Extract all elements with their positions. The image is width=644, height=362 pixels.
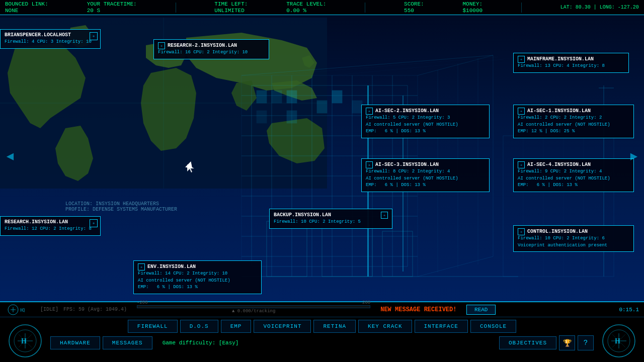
node-data: Firewall: 10 CPU: 2 Integrity: 6 <box>518 235 629 242</box>
svg-rect-39 <box>503 136 614 277</box>
node-data: Firewall: 16 CPU: 2 Integrity: 10 <box>158 49 265 56</box>
location-info: LOCATION: INSYSION HEADQUARTERS PROFILE:… <box>65 201 177 212</box>
node-control[interactable]: ✛ CONTROL.INSYSION.LAN Firewall: 10 CPU:… <box>513 225 634 252</box>
node-emp-dos: EMP: 6 % | DOS: 13 % <box>366 128 485 135</box>
crosshair-small-icon: ✛ <box>518 56 525 63</box>
time-left-label: TIME LEFT: <box>214 1 248 7</box>
node-title: CONTROL.INSYSION.LAN <box>527 229 588 234</box>
node-research[interactable]: RESEARCH.INSYSION.LAN Firewall: 12 CPU: … <box>0 216 101 236</box>
svg-rect-31 <box>272 90 282 103</box>
node-extra: AI controlled server (NOT HOSTILE) <box>366 122 485 129</box>
node-env[interactable]: ✛ ENV.INSYSION.LAN Firewall: 14 CPU: 2 I… <box>133 260 262 294</box>
fps-counter: FPS: 59 (Avg: 1049.4) <box>63 307 127 312</box>
node-data: Firewall: 4 CPU: 3 Integrity: 10 <box>5 39 96 46</box>
coordinates: LAT: 80.30 | LONG: -127.20 <box>560 5 639 10</box>
svg-rect-36 <box>332 90 342 103</box>
key-crack-button[interactable]: KEY CRACK <box>358 320 412 333</box>
node-data: Firewall: 14 CPU: 2 Integrity: 10 <box>138 270 257 278</box>
message-area: NEW MESSAGE RECEIVED! READ <box>380 305 614 315</box>
node-extra: AI controlled server (NOT HOSTILE) <box>518 175 629 183</box>
node-brianspencer[interactable]: BRIANSPENCER.LOCALHOST Firewall: 4 CPU: … <box>0 29 101 49</box>
retina-button[interactable]: RETINA <box>313 320 356 333</box>
objectives-button[interactable]: OBJECTIVES <box>499 336 556 349</box>
progress-min: -200 <box>137 300 148 305</box>
logo-right: H <box>599 322 639 359</box>
node-emp-dos: EMP: 6 % | DOS: 13 % <box>138 284 257 291</box>
button-row-2: HARDWARE MESSAGES Game difficulty: [Easy… <box>5 335 639 350</box>
node-data: Firewall: 8 CPU: 2 Integrity: 4 <box>366 168 485 175</box>
trace-level-section: TRACE LEVEL: 0.00 % <box>286 1 326 14</box>
dos-button[interactable]: D.O.S <box>180 320 218 333</box>
node-title: RESEARCH-2.INSYSION.LAN <box>168 43 237 48</box>
arrow-left[interactable]: ◀ <box>3 143 18 168</box>
objectives-area: OBJECTIVES 🏆 ? <box>499 335 594 350</box>
node-aisec1[interactable]: ✛ AI-SEC-1.INSYSION.LAN Firewall: 2 CPU:… <box>513 105 634 138</box>
bounced-link-section: BOUNCED LINK: NONE <box>5 1 48 14</box>
node-title: AI-SEC-1.INSYSION.LAN <box>527 108 591 114</box>
node-extra: AI controlled server (NOT HOSTILE) <box>138 278 257 285</box>
help-button[interactable]: ? <box>578 335 594 350</box>
crosshair-small-icon: ✛ <box>158 42 165 49</box>
node-mainframe[interactable]: ✛ MAINFRAME.INSYSION.LAN Firewall: 13 CP… <box>513 53 629 73</box>
trace-level-label: TRACE LEVEL: <box>286 1 326 7</box>
score-value: 550 <box>404 8 424 14</box>
node-data: Firewall: 2 CPU: 2 Integrity: 2 <box>518 115 629 122</box>
messages-button[interactable]: MESSAGES <box>103 336 152 349</box>
crosshair-small-icon: ✛ <box>138 263 145 270</box>
svg-text:H: H <box>21 337 27 345</box>
console-button[interactable]: CONSOLE <box>470 320 516 333</box>
svg-line-25 <box>272 57 498 75</box>
money-label: MONEY: <box>463 1 483 7</box>
node-data: Firewall: 5 CPU: 2 Integrity: 3 <box>366 115 485 122</box>
svg-rect-29 <box>382 231 413 277</box>
node-aisec3[interactable]: ✛ AI-SEC-3.INSYSION.LAN Firewall: 8 CPU:… <box>361 158 490 192</box>
svg-rect-33 <box>257 111 267 123</box>
node-data: Firewall: 12 CPU: 2 Integrity: 8 <box>5 226 96 233</box>
status-bar: HQ [IDLE] FPS: 59 (Avg: 1049.4) -200 200… <box>0 302 644 317</box>
crosshair-small-icon: ✛ <box>381 212 388 219</box>
svg-line-26 <box>332 59 503 75</box>
progress-bar <box>137 305 370 308</box>
new-message-text: NEW MESSAGE RECEIVED! <box>380 306 456 313</box>
svg-text:H: H <box>615 337 620 345</box>
money-section: MONEY: $10000 <box>463 1 483 14</box>
logo-left-small: HQ <box>5 303 35 316</box>
node-data: Firewall: 10 CPU: 2 Integrity: 5 <box>274 219 388 226</box>
firewall-button[interactable]: FIREWALL <box>128 320 178 333</box>
node-emp-dos: EMP: 6 % | DOS: 13 % <box>366 182 485 189</box>
svg-text:HQ: HQ <box>20 308 25 313</box>
node-aisec2[interactable]: ✛ AI-SEC-2.INSYSION.LAN Firewall: 5 CPU:… <box>361 105 490 138</box>
node-research2[interactable]: ✛ RESEARCH-2.INSYSION.LAN Firewall: 16 C… <box>153 39 269 59</box>
crosshair-small-icon: ✛ <box>518 228 525 235</box>
interface-button[interactable]: INTERFACE <box>415 320 468 333</box>
hardware-button[interactable]: HARDWARE <box>50 336 100 349</box>
node-backup[interactable]: BACKUP.INSYSION.LAN ✛ Firewall: 10 CPU: … <box>269 209 392 229</box>
idle-status: [IDLE] <box>40 307 58 312</box>
svg-rect-34 <box>287 111 297 123</box>
tracetime-label: YOUR TRACETIME: <box>87 1 137 7</box>
svg-rect-37 <box>352 101 362 113</box>
arrow-right[interactable]: ▶ <box>626 143 641 168</box>
emp-button[interactable]: EMP <box>221 320 252 333</box>
node-emp-dos: EMP: 12 % | DOS: 25 % <box>518 128 629 135</box>
tracking-label: ▲ 0.000/tracking <box>137 309 370 314</box>
game-timer: 0:15.1 <box>619 307 639 313</box>
node-title: MAINFRAME.INSYSION.LAN <box>527 56 594 62</box>
svg-rect-35 <box>317 101 327 113</box>
button-rows: H FIREWALL D.O.S EMP VOICEPRINT RETINA K… <box>0 317 644 353</box>
score-label: SCORE: <box>404 1 424 7</box>
time-left-value: UNLIMITED <box>214 8 248 14</box>
node-title: ENV.INSYSION.LAN <box>147 264 196 269</box>
node-title: RESEARCH.INSYSION.LAN <box>5 219 96 225</box>
company-logo-left: H <box>8 323 43 358</box>
progress-max: 200 <box>362 300 370 305</box>
read-button[interactable]: READ <box>466 305 496 315</box>
tracetime-value: 20 S <box>87 8 137 14</box>
voiceprint-button[interactable]: VOICEPRINT <box>254 320 311 333</box>
score-section: SCORE: 550 <box>404 1 424 14</box>
node-aisec4[interactable]: ✛ AI-SEC-4.INSYSION.LAN Firewall: 9 CPU:… <box>513 158 634 192</box>
location-name: LOCATION: INSYSION HEADQUARTERS <box>65 201 177 207</box>
company-logo-right: H <box>601 323 636 358</box>
trophy-button[interactable]: 🏆 <box>559 335 575 350</box>
node-title: AI-SEC-3.INSYSION.LAN <box>375 162 439 167</box>
